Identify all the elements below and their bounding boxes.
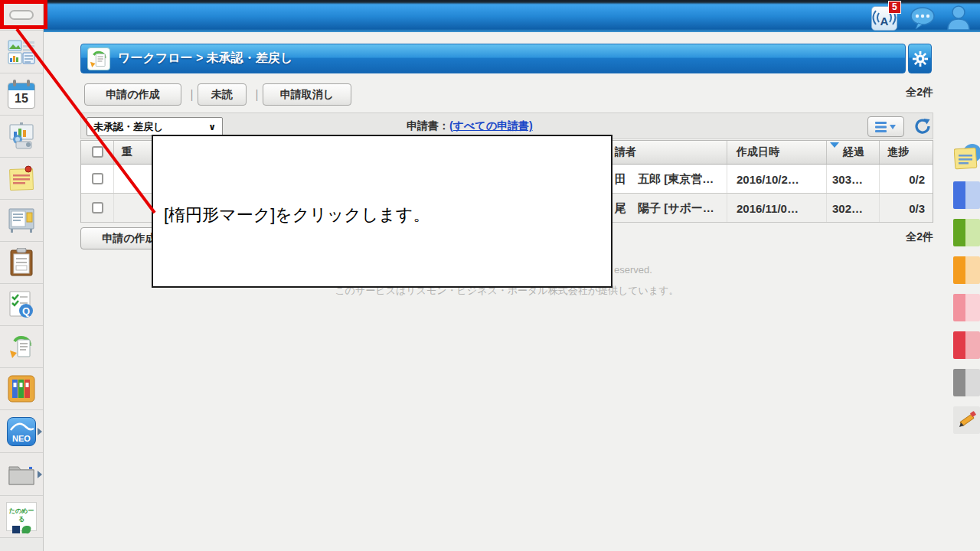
list-options-button[interactable] [867, 116, 904, 137]
sidebar-item-document[interactable] [0, 368, 43, 410]
col-progress[interactable]: 進捗 [887, 145, 909, 159]
hamburger-menu-icon [874, 121, 897, 133]
sticky-note-icon [7, 165, 36, 192]
highlight-box [0, 0, 47, 29]
projector-icon [7, 122, 36, 150]
bulletin-board-icon [7, 207, 36, 234]
portal-icon [7, 38, 36, 66]
workflow-icon [7, 332, 36, 361]
col-important[interactable]: 重 [122, 145, 132, 159]
sidebar-item-workflow[interactable] [0, 326, 43, 368]
calendar-icon: 15 [8, 80, 35, 109]
survey-icon: Q [7, 290, 36, 319]
expand-arrow-icon[interactable] [38, 428, 42, 435]
tutorial-instruction: [楕円形マーク]をクリックします。 [164, 204, 430, 227]
form-filter-label: 申請書：(すべての申請書) [407, 119, 533, 133]
sidebar-item-neo[interactable]: NEO [0, 410, 43, 453]
neo-app-icon: NEO [7, 417, 36, 446]
create-request-button[interactable]: 申請の作成 [84, 83, 181, 106]
refresh-icon [913, 116, 933, 136]
svg-text:A: A [880, 15, 889, 28]
top-bar [0, 0, 980, 32]
cell-created: 2016/11/0… [737, 201, 799, 214]
toolbar-separator: ｜ [186, 87, 198, 102]
copyright-fragment: eserved. [614, 264, 652, 276]
clipboard-icon [8, 248, 35, 277]
cell-elapsed: 302… [832, 201, 863, 214]
color-tab-blue[interactable] [953, 181, 980, 209]
color-tab-red[interactable] [953, 331, 980, 359]
settings-button[interactable] [908, 44, 932, 73]
pencil-icon [957, 410, 977, 430]
color-tab-orange[interactable] [953, 256, 980, 284]
refresh-button[interactable] [913, 116, 933, 137]
cancel-request-button[interactable]: 申請取消し [263, 83, 351, 106]
toolbar-separator: ｜ [251, 87, 263, 102]
row-checkbox[interactable] [92, 202, 103, 214]
color-tab-green[interactable] [953, 219, 980, 246]
workflow-header-icon [87, 47, 110, 70]
palette-memo-icon[interactable] [954, 142, 980, 174]
sidebar-item-memo[interactable] [0, 158, 43, 200]
sidebar-item-survey[interactable]: Q [0, 284, 43, 326]
sidebar-item-tanomail[interactable]: たのめーる [0, 496, 43, 538]
binders-icon [8, 375, 35, 403]
color-tab-pink[interactable] [953, 294, 980, 321]
cell-applicant: 田 五郎 [東京営… [615, 171, 714, 186]
total-count-top: 全2件 [857, 86, 933, 99]
sidebar-item-schedule[interactable]: 15 [0, 73, 43, 116]
tanomail-logo: たのめーる [6, 502, 37, 531]
cell-created: 2016/10/2… [737, 172, 799, 185]
color-tab-gray[interactable] [953, 369, 980, 396]
chat-icon[interactable] [908, 6, 939, 31]
cell-applicant: 尾 陽子 [サポー… [615, 201, 714, 215]
tutorial-tooltip: [楕円形マーク]をクリックします。 [152, 135, 612, 288]
unread-button[interactable]: 未読 [198, 83, 247, 106]
edit-tabs-button[interactable] [953, 406, 980, 434]
row-checkbox[interactable] [92, 173, 103, 184]
profile-icon[interactable] [945, 4, 972, 31]
svg-text:Q: Q [22, 305, 30, 317]
module-header: ワークフロー > 未承認・差戻し [80, 44, 906, 73]
col-elapsed[interactable]: 経過 [843, 145, 864, 159]
status-filter-select[interactable]: 未承認・差戻し ∨ [87, 117, 223, 136]
select-caret-icon: ∨ [208, 122, 216, 132]
sidebar-item-circular[interactable] [0, 242, 43, 284]
cell-progress: 0/3 [909, 201, 925, 214]
all-forms-link[interactable]: (すべての申請書) [449, 119, 533, 132]
gear-icon [912, 51, 929, 67]
col-applicant[interactable]: 請者 [615, 145, 636, 159]
total-count-bottom: 全2件 [857, 230, 933, 244]
cell-elapsed: 303… [832, 172, 863, 185]
sidebar-item-facility[interactable] [0, 116, 43, 158]
page-title: ワークフロー > 未承認・差戻し [118, 51, 292, 67]
folder-icon [7, 462, 36, 487]
expand-arrow-icon[interactable] [38, 471, 42, 478]
notification-badge: 5 [888, 1, 901, 14]
sidebar-item-bulletin[interactable] [0, 200, 43, 242]
sidebar-item-portal[interactable] [0, 31, 43, 73]
select-all-checkbox[interactable] [92, 146, 103, 158]
sort-desc-icon [830, 142, 839, 148]
sidebar-item-folder[interactable] [0, 453, 43, 496]
cell-progress: 0/2 [909, 172, 925, 185]
col-created[interactable]: 作成日時 [737, 145, 779, 159]
